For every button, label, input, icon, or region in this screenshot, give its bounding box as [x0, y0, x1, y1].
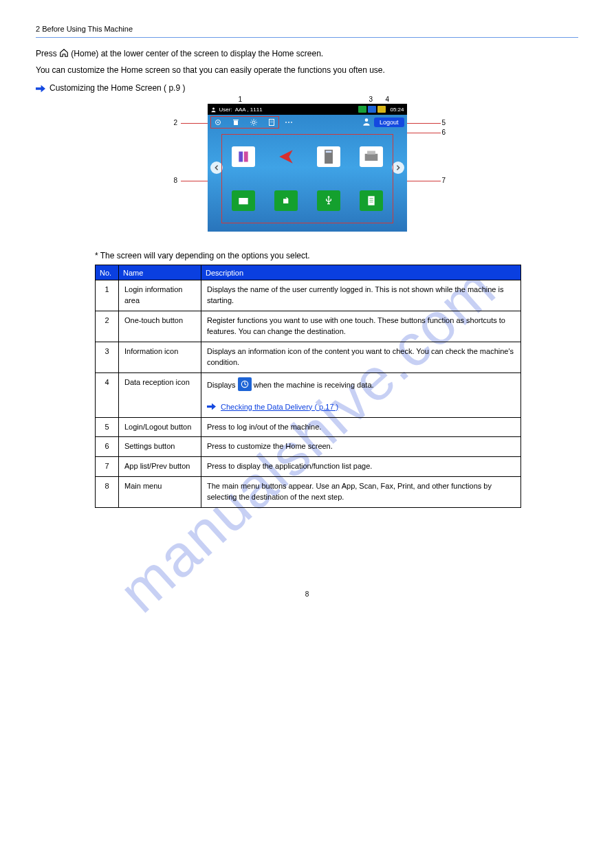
cell-desc: Displays the name of the user currently …: [201, 280, 521, 311]
cell-name: Settings button: [119, 437, 201, 457]
svg-rect-7: [243, 152, 248, 162]
cell-no: 8: [96, 477, 119, 508]
device-toolbar: ⋯ Logout: [208, 115, 407, 130]
table-row: 6 Settings button Press to customize the…: [96, 437, 521, 457]
logout-button[interactable]: Logout: [374, 118, 404, 127]
page-number: 8: [36, 590, 578, 598]
svg-rect-12: [239, 198, 248, 204]
user-icon: [210, 107, 217, 113]
callout-4: 4: [386, 96, 390, 103]
intro-paragraphs: Press (Home) at the lower center of the …: [36, 47, 578, 76]
status-icon-yellow: [377, 106, 386, 113]
table-row: 8 Main menu The main menu buttons appear…: [96, 477, 521, 508]
header-rule: [36, 37, 578, 38]
page-header: 2 Before Using This Machine: [36, 25, 578, 38]
svg-rect-6: [239, 152, 243, 162]
cell-desc: Press to log in/out of the machine.: [201, 417, 521, 437]
col-desc: Description: [201, 265, 521, 280]
svg-point-0: [212, 107, 215, 109]
col-no: No.: [96, 265, 119, 280]
svg-rect-13: [368, 196, 374, 205]
spec-table: No. Name Description 1 Login information…: [95, 265, 521, 508]
screenshot-figure: 1 2 3 4 5 6 7 8 User: AAA , 1111: [170, 104, 445, 232]
cell-name: Information icon: [119, 342, 201, 372]
cell-desc: Displays when the machine is receiving d…: [201, 372, 521, 417]
leader-line: [406, 133, 441, 133]
cell-no: 7: [96, 457, 119, 477]
arrow-icon: [207, 403, 216, 410]
cell-no: 6: [96, 437, 119, 457]
app-doc-icon[interactable]: [360, 190, 383, 211]
cell-desc: Register functions you want to use with …: [201, 311, 521, 342]
more-icon[interactable]: ⋯: [282, 118, 296, 127]
user-label: User:: [219, 107, 232, 113]
cell-name: Data reception icon: [119, 372, 201, 417]
user-value: AAA , 1111: [235, 107, 263, 113]
leader-line: [181, 123, 208, 124]
note-icon: [267, 118, 276, 126]
callout-5: 5: [442, 119, 446, 126]
app-usb-icon[interactable]: [317, 190, 340, 211]
svg-rect-10: [364, 154, 377, 161]
reference-row: Customizing the Home Screen ( p.9 ): [36, 83, 578, 93]
callout-3: 3: [369, 96, 373, 103]
device-statusbar: User: AAA , 1111 05:24: [208, 104, 407, 115]
table-row: 3 Information icon Displays an informati…: [96, 342, 521, 372]
home-icon: [59, 48, 69, 58]
app-grid: [221, 134, 393, 223]
page: 2 Before Using This Machine Press (Home)…: [0, 0, 614, 625]
device-screenshot: User: AAA , 1111 05:24: [208, 104, 407, 232]
onetouch-buttons[interactable]: [210, 116, 279, 129]
desc-a: Displays: [207, 381, 238, 389]
status-icon-green: [358, 106, 366, 113]
callout-8: 8: [174, 177, 178, 184]
reference-text: Customizing the Home Screen ( p.9 ): [50, 83, 185, 93]
app-copy-icon[interactable]: [232, 146, 255, 167]
person-icon[interactable]: [362, 117, 371, 129]
cell-no: 3: [96, 342, 119, 372]
cell-desc: Press to display the application/functio…: [201, 457, 521, 477]
table-row: 7 App list/Prev button Press to display …: [96, 457, 521, 477]
arrow-icon: [36, 85, 45, 93]
cell-name: Main menu: [119, 477, 201, 508]
cell-desc: Press to customize the Home screen.: [201, 437, 521, 457]
app-folder2-icon[interactable]: [274, 190, 298, 211]
cell-no: 2: [96, 311, 119, 342]
clock-text: 05:24: [390, 107, 404, 113]
table-caption: * The screen will vary depending on the …: [95, 251, 578, 260]
app-send-icon[interactable]: [274, 146, 298, 167]
status-icon-blue: [368, 106, 376, 113]
table-row: 2 One-touch button Register functions yo…: [96, 311, 521, 342]
gear-icon: [250, 118, 258, 126]
header-text: 2 Before Using This Machine: [36, 25, 578, 33]
table-row: 1 Login information area Displays the na…: [96, 280, 521, 311]
app-fax-icon[interactable]: [360, 146, 383, 167]
app-server-icon[interactable]: [317, 146, 340, 167]
callout-7: 7: [442, 177, 446, 184]
svg-rect-9: [325, 151, 331, 153]
svg-point-3: [252, 121, 255, 124]
col-name: Name: [119, 265, 201, 280]
intro-text-b: (Home) at the lower center of the screen…: [71, 49, 323, 58]
next-page-button[interactable]: [392, 162, 404, 174]
target-icon: [214, 118, 222, 126]
callout-1: 1: [239, 96, 243, 103]
cell-name: One-touch button: [119, 311, 201, 342]
cell-no: 5: [96, 417, 119, 437]
cell-name: Login/Logout button: [119, 417, 201, 437]
desc-b: when the machine is receiving data.: [254, 381, 374, 389]
app-folder1-icon[interactable]: [232, 190, 255, 211]
leader-line: [406, 123, 441, 124]
svg-point-2: [217, 122, 219, 123]
status-icons: [358, 106, 386, 113]
table-row: 4 Data reception icon Displays when the …: [96, 372, 521, 417]
trash-icon: [232, 118, 240, 126]
cell-name: Login information area: [119, 280, 201, 311]
data-receive-icon: [238, 377, 252, 391]
cell-no: 4: [96, 372, 119, 417]
svg-point-5: [365, 118, 369, 122]
callout-6: 6: [442, 129, 446, 136]
leader-line: [181, 181, 208, 181]
desc-ref-link[interactable]: Checking the Data Delivery ( p.17 ): [221, 403, 338, 411]
cell-name: App list/Prev button: [119, 457, 201, 477]
